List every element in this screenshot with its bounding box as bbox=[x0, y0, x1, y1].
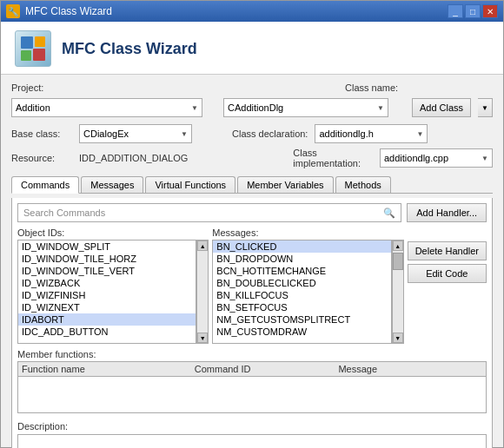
project-row: Project: Class name: bbox=[11, 82, 493, 94]
tab-virtual-functions[interactable]: Virtual Functions bbox=[145, 176, 235, 193]
messages-section: Messages: BN_CLICKED BN_DROPDOWN BCN_HOT… bbox=[212, 227, 403, 344]
object-ids-label: Object IDs: bbox=[17, 227, 209, 238]
list-item[interactable]: BCN_HOTITEMCHANGE bbox=[213, 265, 390, 277]
baseclass-row: Base class: CDialogEx ▼ Class declaratio… bbox=[11, 124, 493, 143]
messages-list[interactable]: BN_CLICKED BN_DROPDOWN BCN_HOTITEMCHANGE… bbox=[212, 240, 391, 344]
baseclass-value: CDialogEx bbox=[83, 128, 129, 139]
object-ids-section: Object IDs: ID_WINDOW_SPLIT ID_WINDOW_TI… bbox=[17, 227, 209, 344]
tab-messages[interactable]: Messages bbox=[81, 176, 143, 193]
impl-dropdown[interactable]: additiondlg.cpp ▼ bbox=[380, 148, 493, 168]
title-bar-left: 🔧 MFC Class Wizard bbox=[6, 4, 112, 18]
scroll-thumb bbox=[393, 253, 403, 270]
impl-arrow: ▼ bbox=[481, 155, 488, 162]
member-functions-section: Member functions: Function name Command … bbox=[17, 349, 487, 413]
list-item[interactable]: NM_GETCUSTOMSPLITRECT bbox=[213, 313, 390, 326]
impl-label: Classimplementation: bbox=[293, 148, 361, 168]
add-class-button[interactable]: Add Class bbox=[412, 98, 471, 117]
title-controls: _ □ ✕ bbox=[448, 4, 498, 18]
messages-label: Messages: bbox=[212, 227, 403, 238]
delete-handler-button[interactable]: Delete Handler bbox=[408, 241, 487, 260]
list-item[interactable]: NM_CUSTOMDRAW bbox=[213, 326, 390, 338]
decl-value: additiondlg.h bbox=[319, 128, 373, 139]
list-item[interactable]: ID_WINDOW_TILE_HORZ bbox=[18, 253, 196, 265]
tab-content: Search Commands 🔍 Add Handler... Object … bbox=[11, 198, 493, 448]
messages-scrollbar[interactable]: ▲ ▼ bbox=[392, 240, 404, 344]
list-item[interactable]: IDC_ADD_BUTTON bbox=[18, 326, 196, 338]
project-label: Project: bbox=[11, 82, 72, 93]
object-ids-list[interactable]: ID_WINDOW_SPLIT ID_WINDOW_TILE_HORZ ID_W… bbox=[17, 240, 196, 344]
project-dropdown-arrow: ▼ bbox=[191, 104, 198, 112]
list-item[interactable]: BN_DROPDOWN bbox=[213, 253, 390, 265]
dialog-header: MFC Class Wizard bbox=[1, 22, 503, 75]
project-dropdown[interactable]: Addition ▼ bbox=[11, 98, 202, 117]
scroll-down[interactable]: ▼ bbox=[197, 333, 208, 343]
add-class-split-button[interactable]: ▼ bbox=[478, 98, 493, 117]
member-functions-table: Function name Command ID Message bbox=[17, 361, 487, 413]
scroll-up[interactable]: ▲ bbox=[197, 240, 208, 251]
list-item[interactable]: BN_DOUBLECLICKED bbox=[213, 277, 390, 289]
side-buttons: Delete Handler Edit Code bbox=[408, 227, 487, 344]
maximize-button[interactable]: □ bbox=[465, 4, 481, 18]
classname-dropdown-arrow: ▼ bbox=[377, 104, 384, 112]
tab-member-variables[interactable]: Member Variables bbox=[237, 176, 333, 193]
tabs-bar: Commands Messages Virtual Functions Memb… bbox=[11, 176, 493, 194]
scroll-down[interactable]: ▼ bbox=[393, 333, 403, 343]
project-field: Project: bbox=[11, 82, 338, 93]
dialog-title: MFC Class Wizard bbox=[62, 40, 197, 58]
wizard-icon bbox=[15, 30, 51, 67]
messages-container: BN_CLICKED BN_DROPDOWN BCN_HOTITEMCHANGE… bbox=[212, 240, 403, 344]
col-message: Message bbox=[338, 364, 482, 374]
classname-label: Class name: bbox=[345, 82, 398, 93]
list-item[interactable]: BN_CLICKED bbox=[213, 240, 390, 253]
tab-methods[interactable]: Methods bbox=[335, 176, 391, 193]
svg-rect-3 bbox=[33, 49, 45, 61]
close-button[interactable]: ✕ bbox=[482, 4, 498, 18]
member-functions-label: Member functions: bbox=[17, 349, 487, 359]
list-item[interactable]: ID_WINDOW_SPLIT bbox=[18, 240, 196, 253]
list-item[interactable]: IDABORT bbox=[18, 313, 196, 326]
search-icon: 🔍 bbox=[383, 208, 395, 219]
minimize-button[interactable]: _ bbox=[448, 4, 463, 18]
baseclass-arrow: ▼ bbox=[181, 130, 188, 138]
project-dropdown-value: Addition bbox=[16, 102, 50, 113]
classname-dropdown-value: CAdditionDlg bbox=[228, 102, 283, 113]
col-command-id: Command ID bbox=[195, 364, 339, 374]
search-row: Search Commands 🔍 Add Handler... bbox=[17, 203, 487, 222]
description-section: Description: bbox=[17, 420, 487, 448]
svg-rect-1 bbox=[35, 36, 45, 47]
description-box bbox=[17, 434, 487, 448]
add-handler-button[interactable]: Add Handler... bbox=[407, 203, 487, 222]
edit-code-button[interactable]: Edit Code bbox=[408, 264, 487, 283]
list-item[interactable]: ID_WIZNEXT bbox=[18, 301, 196, 313]
window: 🔧 MFC Class Wizard _ □ ✕ MFC Class Wizar… bbox=[0, 0, 504, 448]
classname-dropdown[interactable]: CAdditionDlg ▼ bbox=[223, 98, 388, 117]
list-item[interactable]: ID_WINDOW_TILE_VERT bbox=[18, 265, 196, 277]
list-item[interactable]: ID_WIZFINISH bbox=[18, 289, 196, 301]
title-bar: 🔧 MFC Class Wizard _ □ ✕ bbox=[1, 1, 503, 22]
svg-rect-2 bbox=[21, 50, 31, 61]
list-item[interactable]: BN_SETFOCUS bbox=[213, 301, 390, 313]
resource-row: Resource: IDD_ADDITION_DIALOG Classimple… bbox=[11, 148, 493, 168]
col-function-name: Function name bbox=[22, 364, 195, 374]
tab-commands[interactable]: Commands bbox=[11, 176, 79, 194]
scroll-up[interactable]: ▲ bbox=[393, 240, 403, 251]
table-header: Function name Command ID Message bbox=[18, 362, 486, 377]
baseclass-dropdown[interactable]: CDialogEx ▼ bbox=[79, 124, 192, 143]
impl-value: additiondlg.cpp bbox=[384, 153, 448, 163]
window-title: MFC Class Wizard bbox=[25, 5, 112, 17]
classname-spacer: Class name: bbox=[345, 82, 493, 94]
object-ids-scrollbar[interactable]: ▲ ▼ bbox=[196, 240, 209, 344]
decl-arrow: ▼ bbox=[417, 130, 424, 138]
resource-value: IDD_ADDITION_DIALOG bbox=[79, 153, 188, 163]
svg-rect-0 bbox=[21, 36, 33, 49]
description-label: Description: bbox=[17, 421, 68, 432]
decl-dropdown[interactable]: additiondlg.h ▼ bbox=[315, 124, 428, 143]
list-item[interactable]: BN_KILLFOCUS bbox=[213, 289, 390, 301]
baseclass-label: Base class: bbox=[11, 128, 72, 139]
resource-label: Resource: bbox=[11, 153, 72, 163]
list-item[interactable]: ID_WIZBACK bbox=[18, 277, 196, 289]
project-controls-row: Addition ▼ CAdditionDlg ▼ Add Class ▼ bbox=[11, 98, 493, 117]
decl-label: Class declaration: bbox=[232, 128, 308, 139]
search-box[interactable]: Search Commands 🔍 bbox=[17, 203, 401, 222]
lists-area: Object IDs: ID_WINDOW_SPLIT ID_WINDOW_TI… bbox=[17, 227, 487, 344]
